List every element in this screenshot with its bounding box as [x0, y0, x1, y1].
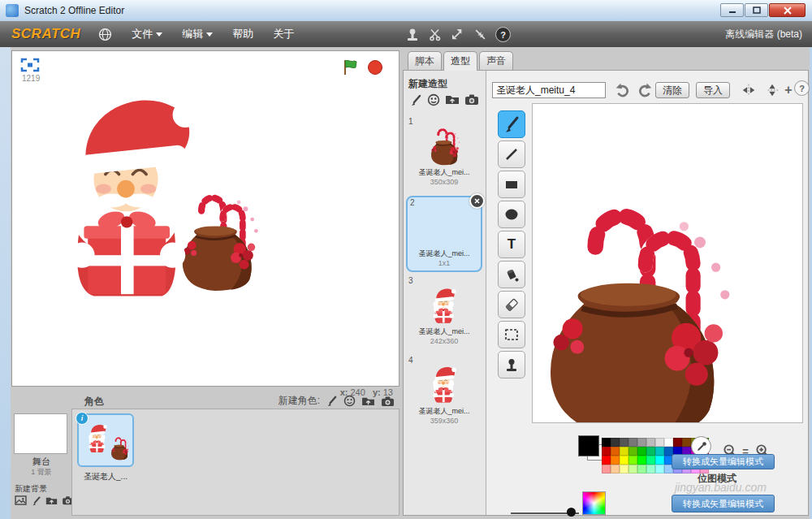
tab-costumes[interactable]: 造型	[443, 51, 477, 71]
flip-horizontal-icon	[739, 82, 758, 98]
eraser-tool[interactable]	[498, 291, 525, 318]
palette-swatch[interactable]	[611, 465, 620, 474]
palette-swatch[interactable]	[655, 447, 664, 456]
palette-swatch[interactable]	[602, 456, 611, 465]
question-icon: ?	[500, 30, 506, 40]
shrink-tool-button[interactable]	[473, 27, 488, 42]
clear-button[interactable]: 清除	[655, 82, 689, 98]
import-button[interactable]: 导入	[696, 82, 730, 98]
paint-help-button[interactable]: ?	[794, 80, 810, 96]
palette-swatch[interactable]	[655, 465, 664, 474]
palette-swatch[interactable]	[637, 438, 646, 447]
brush-size-slider-thumb[interactable]	[567, 508, 576, 517]
palette-swatch[interactable]	[620, 465, 628, 474]
costume-library-icon[interactable]	[427, 93, 440, 106]
stage[interactable]: 1219	[11, 50, 400, 387]
costume-item-3[interactable]: 3 圣诞老人_mei... 242x360	[406, 275, 482, 352]
upload-costume-icon[interactable]	[445, 93, 460, 105]
select-tool[interactable]	[498, 321, 525, 348]
duplicate-tool-button[interactable]	[404, 27, 420, 42]
backdrop-library-icon[interactable]	[15, 495, 27, 505]
palette-swatch[interactable]	[611, 456, 620, 465]
upload-backdrop-icon[interactable]	[45, 495, 58, 505]
palette-swatch[interactable]	[646, 447, 655, 456]
delete-tool-button[interactable]	[427, 27, 443, 42]
brush-tool[interactable]	[498, 110, 525, 138]
paint-canvas[interactable]	[532, 103, 803, 423]
palette-swatch[interactable]	[682, 438, 691, 447]
palette-swatch[interactable]	[628, 438, 637, 447]
camera-sprite-icon[interactable]	[381, 396, 395, 407]
stage-thumbnail[interactable]	[14, 413, 67, 454]
current-color-swatch[interactable]	[578, 435, 599, 456]
undo-button[interactable]	[611, 81, 633, 99]
text-tool[interactable]: T	[498, 231, 525, 258]
flip-vertical-button[interactable]	[762, 81, 783, 99]
maximize-button[interactable]	[745, 3, 768, 17]
line-tool[interactable]	[498, 141, 525, 168]
scratch-logo[interactable]: SCRATCH	[11, 26, 80, 42]
costume-item-4[interactable]: 4 圣诞老人_mei... 359x360	[406, 355, 482, 431]
sprite-thumbnail-selected[interactable]: i	[77, 413, 134, 467]
palette-swatch[interactable]	[620, 438, 628, 447]
santa-sprite-image[interactable]	[33, 64, 228, 298]
palette-swatch[interactable]	[664, 438, 673, 447]
flip-horizontal-button[interactable]	[738, 81, 759, 99]
palette-swatch[interactable]	[655, 456, 664, 465]
ellipse-tool[interactable]	[498, 201, 525, 228]
rectangle-tool[interactable]	[498, 171, 525, 198]
palette-swatch[interactable]	[655, 438, 664, 447]
menu-edit[interactable]: 编辑	[182, 27, 213, 41]
convert-to-vector-button[interactable]: 转换成矢量编辑模式	[672, 454, 775, 469]
palette-swatch[interactable]	[646, 456, 655, 465]
sprite-library-icon[interactable]	[343, 395, 356, 407]
palette-swatch[interactable]	[628, 465, 637, 474]
green-flag-button[interactable]	[342, 58, 360, 76]
set-costume-center-button[interactable]: +	[781, 81, 796, 99]
palette-swatch[interactable]	[628, 456, 637, 465]
palette-swatch[interactable]	[637, 465, 646, 474]
palette-swatch[interactable]	[602, 438, 611, 447]
camera-costume-icon[interactable]	[464, 93, 479, 106]
palette-swatch[interactable]	[646, 438, 655, 447]
costume-item-1[interactable]: 1 圣诞老人_mei... 350x309	[406, 116, 482, 192]
menu-help[interactable]: 帮助	[232, 27, 253, 41]
upload-sprite-icon[interactable]	[361, 396, 375, 406]
grow-tool-button[interactable]	[450, 27, 465, 42]
paint-backdrop-icon[interactable]	[31, 495, 41, 506]
stamp-tool[interactable]	[498, 351, 525, 378]
close-button[interactable]	[769, 3, 806, 17]
delete-costume-button[interactable]	[469, 193, 485, 209]
palette-swatch[interactable]	[637, 456, 646, 465]
palette-swatch[interactable]	[620, 456, 628, 465]
costume-item-2-selected[interactable]: 2 圣诞老人_mei... 1x1	[406, 196, 482, 272]
palette-swatch[interactable]	[611, 438, 620, 447]
paint-sprite-icon[interactable]	[326, 395, 338, 407]
minimize-button[interactable]	[720, 3, 744, 17]
block-help-button[interactable]: ?	[495, 27, 511, 42]
language-button[interactable]	[98, 28, 112, 41]
scratch-window: Scratch 2 Offline Editor SCRATCH 文件	[0, 0, 812, 519]
palette-swatch[interactable]	[602, 465, 611, 474]
stop-button[interactable]	[368, 60, 382, 75]
menu-about[interactable]: 关于	[273, 27, 294, 41]
app-icon	[6, 4, 19, 17]
palette-swatch[interactable]	[646, 465, 655, 474]
rainbow-color-picker[interactable]	[582, 491, 606, 515]
menu-bar: SCRATCH 文件 编辑 帮助 关于	[0, 21, 812, 47]
redo-button[interactable]	[635, 81, 656, 99]
palette-swatch[interactable]	[628, 447, 637, 456]
palette-swatch[interactable]	[673, 438, 682, 447]
palette-swatch[interactable]	[602, 447, 611, 456]
costume-list: 1 圣诞老人_mei... 350x309 2 圣诞老人_mei... 1x1	[404, 116, 486, 515]
palette-swatch[interactable]	[611, 447, 620, 456]
tab-sounds[interactable]: 声音	[479, 51, 513, 70]
palette-swatch[interactable]	[637, 447, 646, 456]
tab-scripts[interactable]: 脚本	[408, 51, 442, 70]
menu-file[interactable]: 文件	[132, 27, 162, 41]
fill-tool[interactable]	[498, 261, 525, 288]
costume-name-input[interactable]	[492, 82, 606, 98]
paint-costume-icon[interactable]	[409, 93, 422, 106]
palette-swatch[interactable]	[620, 447, 628, 456]
convert-to-vector-button[interactable]: 转换成矢量编辑模式	[672, 495, 775, 513]
